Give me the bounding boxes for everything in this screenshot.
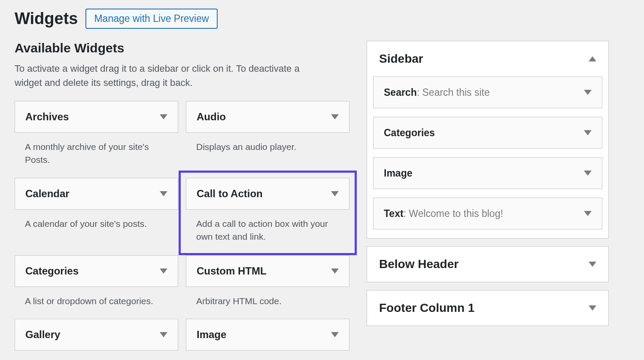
widget-chip-desc: A list or dropdown of categories. xyxy=(15,287,178,319)
widget-area-below-header: Below Header xyxy=(367,246,609,282)
sidebar-widget-categories[interactable]: Categories xyxy=(373,117,602,149)
chevron-down-icon xyxy=(160,332,167,337)
widget-area-title: Footer Column 1 xyxy=(379,301,474,315)
area-widget-name: Categories xyxy=(384,127,435,138)
chevron-down-icon xyxy=(160,114,167,119)
widget-area-header-below-header[interactable]: Below Header xyxy=(367,247,608,282)
chevron-down-icon xyxy=(584,90,592,95)
widget-area-title: Sidebar xyxy=(379,52,423,66)
chevron-down-icon xyxy=(331,268,339,274)
widget-chip-label: Archives xyxy=(25,111,69,123)
widget-area-header-sidebar[interactable]: Sidebar xyxy=(367,41,608,76)
chevron-down-icon xyxy=(584,130,592,135)
widget-chip-gallery[interactable]: Gallery xyxy=(15,319,178,351)
widget-chip-desc: Displays an audio player. xyxy=(186,133,349,165)
widget-chip-image[interactable]: Image xyxy=(186,319,349,351)
widget-area-header-footer-1[interactable]: Footer Column 1 xyxy=(367,290,608,326)
widget-chip-call-to-action[interactable]: Call to Action xyxy=(186,178,349,210)
widget-area-sidebar: Sidebar Search: Search this site Categor… xyxy=(367,41,609,238)
chevron-down-icon xyxy=(160,268,167,274)
widget-chip-desc: A calendar of your site's posts. xyxy=(15,210,178,241)
area-widget-name: Text xyxy=(384,208,404,219)
widget-area-title: Below Header xyxy=(379,257,459,271)
highlight-call-to-action: Call to Action Add a call to action box … xyxy=(179,171,357,255)
widget-chip-label: Custom HTML xyxy=(197,265,267,277)
widget-chip-label: Call to Action xyxy=(197,188,263,200)
area-widget-name: Image xyxy=(384,168,412,179)
widget-chip-label: Image xyxy=(197,329,226,341)
widget-chip-label: Gallery xyxy=(25,329,60,341)
chevron-down-icon xyxy=(584,171,592,176)
sidebar-widget-search[interactable]: Search: Search this site xyxy=(373,76,602,108)
available-widgets-heading: Available Widgets xyxy=(15,41,349,55)
widget-chip-desc: A monthly archive of your site's Posts. xyxy=(15,133,178,178)
widget-chip-calendar[interactable]: Calendar xyxy=(15,178,178,210)
widget-chip-audio[interactable]: Audio xyxy=(186,101,349,133)
area-widget-sub: : Welcome to this blog! xyxy=(404,208,503,219)
widget-chip-desc: Arbitrary HTML code. xyxy=(186,287,349,319)
manage-live-preview-button[interactable]: Manage with Live Preview xyxy=(85,9,217,29)
sidebar-widget-image[interactable]: Image xyxy=(373,157,602,189)
widget-area-footer-1: Footer Column 1 xyxy=(367,290,609,326)
widget-chip-label: Categories xyxy=(25,265,79,277)
widget-chip-label: Calendar xyxy=(25,188,70,200)
available-widgets-desc: To activate a widget drag it to a sideba… xyxy=(15,61,315,90)
chevron-up-icon xyxy=(589,56,596,61)
chevron-down-icon xyxy=(584,211,592,216)
widget-chip-label: Audio xyxy=(197,111,226,123)
widget-chip-custom-html[interactable]: Custom HTML xyxy=(186,255,349,287)
chevron-down-icon xyxy=(589,305,596,311)
widget-chip-desc: Add a call to action box with your own t… xyxy=(186,210,349,248)
chevron-down-icon xyxy=(331,332,339,337)
chevron-down-icon xyxy=(160,191,167,196)
area-widget-name: Search xyxy=(384,87,417,98)
chevron-down-icon xyxy=(331,114,339,119)
sidebar-widget-text[interactable]: Text: Welcome to this blog! xyxy=(373,198,602,229)
area-widget-sub: : Search this site xyxy=(417,87,490,98)
widget-chip-archives[interactable]: Archives xyxy=(15,101,178,133)
widget-chip-categories[interactable]: Categories xyxy=(15,255,178,287)
chevron-down-icon xyxy=(589,262,596,267)
page-title: Widgets xyxy=(15,9,78,28)
chevron-down-icon xyxy=(331,191,339,196)
